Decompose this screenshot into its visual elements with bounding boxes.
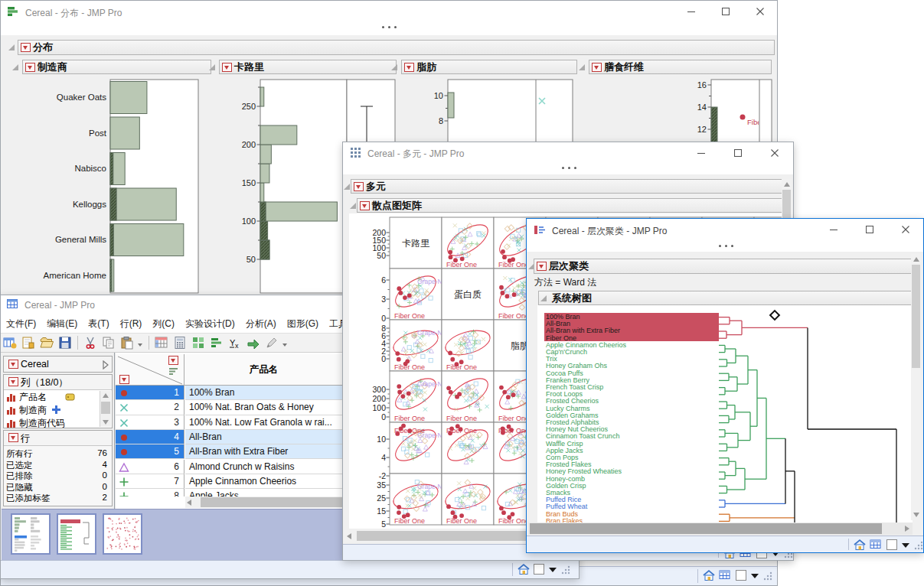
menu-图形(G)[interactable]: 图形(G) [282,314,324,334]
window-drag-dots[interactable] [719,245,733,247]
home-icon[interactable] [517,563,531,575]
column-item[interactable]: 产品名 [5,390,97,402]
scroll-thumb[interactable] [101,402,110,414]
row-header[interactable]: 4 [116,430,184,444]
row-header[interactable]: 7 [116,474,184,489]
checkbox[interactable] [534,564,544,575]
window-drag-dots[interactable] [382,26,397,28]
toolbar-overflow-chevron[interactable] [282,336,289,350]
red-triangle-menu[interactable] [119,375,129,384]
menu-编辑(E)[interactable]: 编辑(E) [41,314,83,334]
scroll-left-arrow[interactable] [187,500,191,506]
toolbar-table2-button[interactable] [154,335,169,350]
disclosure-icon[interactable] [344,184,350,190]
window-thumbnail[interactable] [57,513,96,555]
checkbox[interactable] [886,539,897,550]
window-thumbnail[interactable] [11,513,51,555]
scroll-down-arrow[interactable] [913,513,919,517]
dropdown-arrow-icon[interactable] [549,568,557,572]
disclosure-icon[interactable] [350,203,356,209]
menu-列(C)[interactable]: 列(C) [147,314,180,334]
red-triangle-menu[interactable] [592,63,602,72]
red-triangle-menu[interactable] [168,356,178,365]
window-thumbnail[interactable] [103,513,142,555]
red-triangle-menu[interactable] [222,63,232,72]
disclosure-icon[interactable] [391,64,397,70]
maximize-button[interactable] [851,219,887,240]
row-header[interactable]: 8 [116,489,184,496]
minimize-button[interactable] [815,219,851,240]
red-triangle-menu[interactable] [354,182,364,191]
table-icon[interactable] [719,569,731,581]
red-triangle-menu[interactable] [8,360,18,369]
menu-实验设计(D)[interactable]: 实验设计(D) [180,314,240,334]
scroll-down-arrow[interactable] [103,420,109,425]
scroll-left-arrow[interactable] [347,533,351,539]
row-header[interactable]: 2 [116,400,184,415]
checkbox[interactable] [736,570,746,581]
row-header[interactable]: 1 [116,386,184,400]
row-stat[interactable]: 已添加标签2 [6,493,109,503]
disclosure-icon[interactable] [12,64,18,70]
toolbar-cut-button[interactable] [83,335,98,350]
columns-scrollbar[interactable] [100,391,111,427]
row-stat[interactable]: 已隐藏0 [6,482,109,493]
toolbar-save-button[interactable] [57,335,73,350]
row-header[interactable]: 3 [116,415,184,430]
scroll-up-arrow[interactable] [784,182,790,187]
red-triangle-menu[interactable] [8,433,18,442]
toolbar-overflow-chevron[interactable] [138,336,144,350]
red-triangle-menu[interactable] [21,43,31,52]
maximize-button[interactable] [708,1,743,22]
window-drag-dots[interactable] [562,167,576,169]
toolbar-paste-button[interactable] [119,335,135,350]
toolbar-bars-button[interactable] [209,335,224,350]
maximize-button[interactable] [720,142,756,163]
home-icon[interactable] [853,539,867,551]
toolbar-new-table-button[interactable] [2,335,18,350]
toolbar-pencil-button[interactable] [264,335,279,350]
dropdown-arrow-icon[interactable] [751,574,759,578]
horizontal-scrollbar[interactable] [528,523,913,535]
red-triangle-menu[interactable] [537,262,547,271]
table-corner-cell[interactable] [116,354,184,386]
red-triangle-menu[interactable] [360,201,370,210]
table-icon[interactable] [870,539,882,550]
row-header[interactable]: 6 [116,460,184,474]
menu-分析(A)[interactable]: 分析(A) [240,314,282,334]
close-button[interactable] [756,142,793,163]
minimize-button[interactable] [674,1,708,22]
menu-行(R)[interactable]: 行(R) [115,314,148,334]
disclosure-icon[interactable] [579,64,585,70]
row-stat[interactable]: 所有行76 [6,448,109,459]
minimize-button[interactable] [683,142,720,163]
scroll-up-arrow[interactable] [913,257,919,262]
dendrogram-cut-handle[interactable] [770,311,779,320]
home-icon[interactable] [702,569,716,581]
disclosure-icon[interactable] [209,64,215,70]
toolbar-copy-button[interactable] [101,335,116,350]
scroll-up-arrow[interactable] [103,393,109,398]
row-stat[interactable]: 已排除0 [6,470,109,481]
menu-表(T)[interactable]: 表(T) [83,314,114,334]
red-triangle-menu[interactable] [404,63,414,72]
scroll-thumb[interactable] [912,265,920,368]
scroll-thumb[interactable] [530,523,882,534]
scroll-right-arrow[interactable] [905,526,909,532]
toolbar-journal-button[interactable] [21,335,36,350]
close-button[interactable] [887,219,923,240]
row-stat[interactable]: 已选定4 [6,460,109,470]
toolbar-calc-button[interactable] [172,335,188,350]
disclosure-icon[interactable] [8,44,15,50]
toolbar-blocks-button[interactable] [191,335,206,350]
close-button[interactable] [743,1,777,22]
column-item[interactable]: 制造商 [5,403,97,415]
vertical-scrollbar[interactable] [911,254,921,520]
panel-expand-arrow[interactable] [102,360,109,370]
product-column-header[interactable]: 产品名 [185,354,343,386]
distribution-titlebar[interactable]: Cereal - 分布 - JMP Pro [1,1,777,35]
menu-文件(F)[interactable]: 文件(F) [1,314,41,334]
row-header[interactable]: 5 [116,444,184,459]
red-triangle-menu[interactable] [8,377,18,386]
column-item[interactable]: 制造商代码 [5,416,97,428]
